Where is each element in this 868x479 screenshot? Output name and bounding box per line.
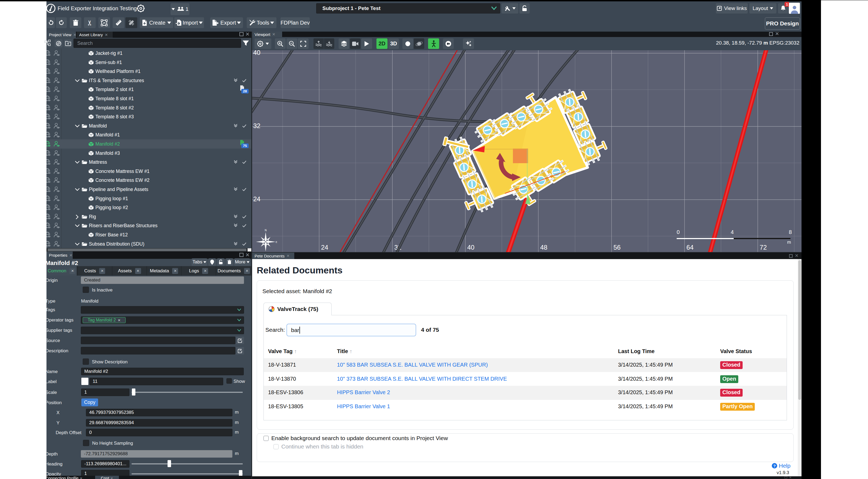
svg-text:E: E — [276, 241, 277, 244]
svg-text:48: 48 — [540, 244, 548, 251]
svg-text:N: N — [265, 229, 267, 232]
svg-text:24: 24 — [321, 244, 328, 251]
svg-text:64: 64 — [686, 244, 694, 251]
svg-text:4: 4 — [731, 229, 734, 235]
svg-text:0: 0 — [677, 229, 680, 235]
svg-text:8: 8 — [789, 229, 792, 235]
svg-text:40: 40 — [467, 244, 474, 251]
svg-text:m: m — [787, 240, 791, 245]
svg-text:40: 40 — [253, 50, 260, 56]
svg-text:72: 72 — [760, 244, 767, 251]
svg-text:24: 24 — [253, 195, 260, 203]
svg-text:32: 32 — [253, 122, 260, 129]
svg-text:56: 56 — [614, 244, 621, 251]
